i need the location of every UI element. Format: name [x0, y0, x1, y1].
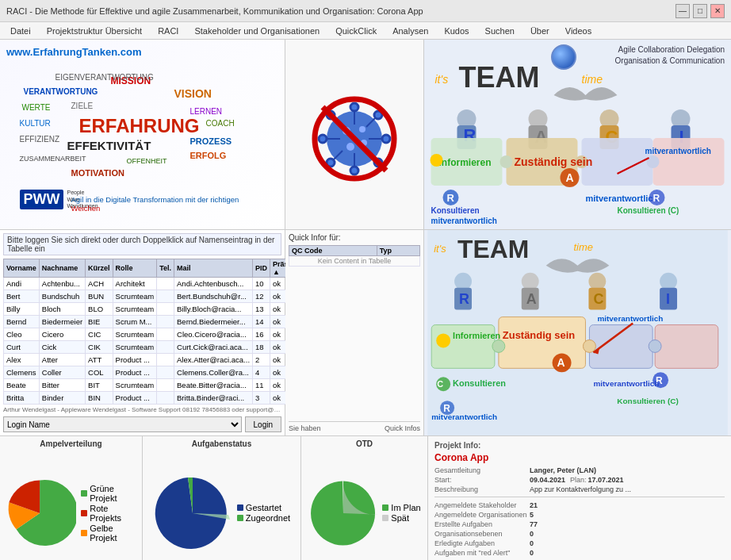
- gestartet-label: Gestartet: [246, 503, 281, 512]
- svg-text:Konsultieren (C): Konsultieren (C): [618, 206, 679, 215]
- spaet-label: Spät: [391, 513, 409, 523]
- word-lernen: LERNEN: [190, 107, 223, 116]
- table-row[interactable]: BertBundschuhBUNScrumteamBert.Bundschuh@…: [4, 290, 304, 303]
- table-cell: Clemens: [4, 366, 40, 379]
- red-alert-label: Aufgaben mit "red Alert": [434, 549, 530, 557]
- table-cell: [157, 366, 174, 379]
- menu-projektstruktur[interactable]: Projektstruktur Übersicht: [40, 24, 149, 38]
- table-cell: BUN: [86, 290, 113, 303]
- table-cell: [157, 392, 174, 405]
- org-ebenen-label: Organisationsebenen: [434, 530, 530, 538]
- login-name-select[interactable]: Login Name: [3, 416, 242, 432]
- svg-text:I: I: [666, 291, 670, 307]
- implan-label: Im Plan: [391, 503, 420, 512]
- table-row[interactable]: CurtCickCIKScrumteamCurt.Cick@raci.aca..…: [4, 341, 304, 354]
- gestartet-dot: [237, 504, 243, 511]
- menu-quickclick[interactable]: QuickClick: [328, 24, 384, 38]
- table-cell: Binder: [39, 392, 85, 405]
- table-row[interactable]: BerndBiedermeierBIEScrum M...Bernd.Biede…: [4, 316, 304, 328]
- table-row[interactable]: AndiAchtenbu...ACHArchitektAndi.Achtenbu…: [4, 278, 304, 290]
- table-cell: [157, 278, 174, 290]
- aufgaben-row: Erstellte Aufgaben 77: [434, 520, 725, 528]
- word-erfolg: ERFOLG: [190, 151, 227, 160]
- table-cell: Beate: [4, 379, 40, 392]
- table-cell: Coller: [39, 366, 85, 379]
- svg-text:A: A: [526, 291, 537, 307]
- table-cell: ACH: [86, 278, 113, 290]
- org-ebenen-val: 0: [530, 530, 534, 538]
- corona-banner: [285, 40, 424, 229]
- table-row[interactable]: CleoCiceroCICScrumteamCleo.Cicero@racia.…: [4, 328, 304, 341]
- menu-suchen[interactable]: Suchen: [478, 24, 522, 38]
- table-row[interactable]: ClemensCollerCOLProduct ...Clemens.Colle…: [4, 366, 304, 379]
- org-ebenen-row: Organisationsebenen 0: [434, 530, 725, 538]
- table-cell: Britta: [4, 392, 40, 405]
- agil-text: Agil in die Digitale Transformation mit …: [71, 195, 270, 213]
- table-cell: Product ...: [113, 366, 157, 379]
- svg-point-70: [588, 273, 606, 290]
- table-cell: CIK: [86, 341, 113, 354]
- minimize-button[interactable]: —: [676, 4, 690, 18]
- svg-text:mitverantwortlich: mitverantwortlich: [431, 217, 497, 225]
- col-kuerzel: Kürzel: [86, 259, 113, 278]
- beschreibung-label: Beschreibung: [434, 485, 530, 493]
- projekt-info-header: Projekt Info:: [434, 441, 725, 450]
- table-row[interactable]: BillyBlochBLOScrumteamBilly.Bloch@racia.…: [4, 303, 304, 316]
- menu-raci[interactable]: RACI: [151, 24, 186, 38]
- close-button[interactable]: ✕: [710, 4, 725, 18]
- table-cell: Cicero: [39, 328, 85, 341]
- svg-text:Konsultieren: Konsultieren: [453, 378, 506, 388]
- bottom-area: Ampelverteilung Grüne Projekt Rote Proje…: [0, 436, 731, 560]
- menu-videos[interactable]: Videos: [558, 24, 599, 38]
- aufgaben-stat-val: 77: [530, 520, 538, 528]
- table-row[interactable]: BeateBitterBITScrumteamBeate.Bitter@raci…: [4, 379, 304, 392]
- puzzle-area: Informieren Zuständig sein A R Konsultie…: [424, 130, 731, 225]
- gruen-dot: [81, 490, 87, 497]
- svg-point-1: [350, 103, 358, 111]
- menu-ueber[interactable]: Über: [523, 24, 557, 38]
- zugeordnet-label: Zugeordnet: [246, 513, 290, 523]
- table-cell: Bitter: [39, 379, 85, 392]
- title-bar: RACI - Die Methode für Effektive und agi…: [0, 0, 731, 22]
- projekt-beschreibung-row: Beschreibung App zur Kontaktverfolgung z…: [434, 485, 725, 493]
- ampel-section: Ampelverteilung Grüne Projekt Rote Proje…: [0, 436, 143, 560]
- table-cell: 2: [253, 354, 270, 366]
- svg-point-73: [660, 273, 677, 290]
- menu-datei[interactable]: Datei: [3, 24, 38, 38]
- svg-text:Informieren: Informieren: [453, 331, 500, 340]
- table-cell: Britta.Binder@raci...: [174, 392, 253, 405]
- table-cell: Bundschuh: [39, 290, 85, 303]
- org-row: Angemeldete Organisationen 5: [434, 511, 725, 519]
- svg-point-4: [382, 135, 390, 143]
- maximize-button[interactable]: □: [693, 4, 707, 18]
- zugeordnet-dot: [237, 515, 243, 521]
- table-cell: COL: [86, 366, 113, 379]
- table-cell: Product ...: [113, 354, 157, 366]
- svg-text:A: A: [557, 356, 565, 369]
- weichen-text: Weichen: [71, 204, 101, 213]
- header-line1: Agile Collaboration Delegation: [615, 44, 725, 56]
- legend-gelb: Gelbe Projekt: [81, 524, 139, 543]
- table-cell: Andi: [4, 278, 40, 290]
- table-cell: Bernd.Biedermeier...: [174, 316, 253, 328]
- menu-analysen[interactable]: Analysen: [385, 24, 435, 38]
- legend-zugeordnet: Zugeordnet: [237, 513, 290, 523]
- table-cell: Andi.Achtenbusch...: [174, 278, 253, 290]
- svg-text:C: C: [593, 291, 603, 307]
- qc-header-text: Quick Infor für:: [289, 233, 341, 242]
- table-cell: Billy.Bloch@racia...: [174, 303, 253, 316]
- menu-kudos[interactable]: Kudos: [437, 24, 476, 38]
- table-row[interactable]: AlexAtterATTProduct ...Alex.Atter@raci.a…: [4, 354, 304, 366]
- col-mail: Mail: [174, 259, 253, 278]
- table-cell: 13: [253, 303, 270, 316]
- table-cell: CIC: [86, 328, 113, 341]
- implan-dot: [382, 504, 388, 511]
- table-row[interactable]: BrittaBinderBINProduct ...Britta.Binder@…: [4, 392, 304, 405]
- menu-bar: Datei Projektstruktur Übersicht RACI Sta…: [0, 22, 731, 40]
- col-rolle: Rolle: [113, 259, 157, 278]
- projekt-stats: Angemeldete Stakeholder 21 Angemeldete O…: [434, 497, 725, 557]
- login-button[interactable]: Login: [245, 416, 281, 432]
- menu-stakeholder[interactable]: Stakeholder und Organisationen: [187, 24, 327, 38]
- table-cell: [157, 379, 174, 392]
- start-label: Start:: [434, 476, 530, 484]
